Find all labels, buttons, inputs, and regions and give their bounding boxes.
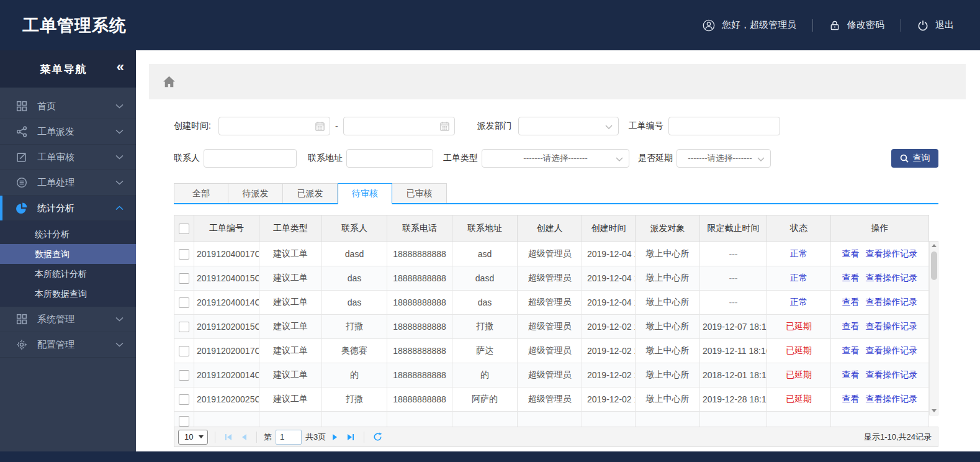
cell-created: 2019-12-02 16: xyxy=(582,315,636,339)
status-badge: 已延期 xyxy=(786,321,812,331)
query-button[interactable]: 查询 xyxy=(891,149,938,168)
view-link[interactable]: 查看 xyxy=(842,369,860,379)
view-link[interactable]: 查看 xyxy=(842,273,860,283)
logout-button[interactable]: 退出 xyxy=(917,19,954,31)
user-greeting-label: 您好，超级管理员 xyxy=(722,19,796,31)
change-password-button[interactable]: 修改密码 xyxy=(829,19,884,31)
cell-empty xyxy=(518,412,582,427)
breadcrumb xyxy=(149,64,966,99)
sidebar-item-2[interactable]: 工单审核 xyxy=(0,145,136,170)
collapse-sidebar-icon[interactable]: « xyxy=(117,59,122,75)
chevron-down-icon xyxy=(115,180,124,185)
select-all-checkbox[interactable] xyxy=(179,224,189,234)
cell-address: 打撒 xyxy=(452,315,518,339)
header-divider xyxy=(901,19,901,32)
vertical-scrollbar[interactable] xyxy=(929,241,938,415)
row-checkbox[interactable] xyxy=(179,394,189,405)
cell-actions: 查看查看操作记录 xyxy=(831,242,929,266)
dispatch-dept-select[interactable] xyxy=(518,117,619,135)
table-row: 201912020025C建议工单打撒18888888888阿萨的超级管理员20… xyxy=(174,387,929,412)
view-link[interactable]: 查看 xyxy=(842,321,860,331)
column-header: 工单编号 xyxy=(194,215,259,242)
first-page-button[interactable] xyxy=(222,432,235,443)
row-checkbox[interactable] xyxy=(179,297,189,308)
sidebar-item-1[interactable]: 工单派发 xyxy=(0,119,136,145)
cell-order_type: 建议工单 xyxy=(259,387,322,412)
view-operation-log-link[interactable]: 查看操作记录 xyxy=(866,345,918,355)
cell-status: 正常 xyxy=(767,291,831,315)
created-time-start-field xyxy=(218,117,330,135)
tab-0[interactable]: 全部 xyxy=(174,183,228,203)
cell-dispatch_target: 墩上中心所 xyxy=(636,315,700,339)
user-circle-icon xyxy=(703,19,715,32)
sidebar-item-6[interactable]: 配置管理 xyxy=(0,332,136,358)
cell-empty xyxy=(259,412,322,427)
sidebar-subitem-2[interactable]: 本所统计分析 xyxy=(0,264,136,284)
cell-deadline: --- xyxy=(700,291,767,315)
contact-input[interactable] xyxy=(204,149,297,168)
last-page-button[interactable] xyxy=(344,432,357,443)
scroll-down-icon[interactable] xyxy=(932,407,937,415)
view-link[interactable]: 查看 xyxy=(842,248,860,258)
row-checkbox[interactable] xyxy=(179,416,189,427)
view-operation-log-link[interactable]: 查看操作记录 xyxy=(866,369,918,379)
prev-page-button[interactable] xyxy=(238,432,249,443)
page-number-input[interactable] xyxy=(276,430,302,445)
view-operation-log-link[interactable]: 查看操作记录 xyxy=(866,248,918,258)
row-checkbox[interactable] xyxy=(179,249,189,260)
column-header: 操作 xyxy=(831,215,929,242)
sidebar-subitem-1[interactable]: 数据查询 xyxy=(0,244,136,264)
cell-creator: 超级管理员 xyxy=(518,339,582,363)
view-operation-log-link[interactable]: 查看操作记录 xyxy=(866,297,918,307)
status-badge: 已延期 xyxy=(786,345,812,355)
row-checkbox[interactable] xyxy=(179,273,189,284)
order-no-input[interactable] xyxy=(668,117,780,135)
cell-empty xyxy=(194,412,259,427)
view-operation-log-link[interactable]: 查看操作记录 xyxy=(866,394,918,404)
cell-creator: 超级管理员 xyxy=(518,242,582,266)
column-header: 工单类型 xyxy=(259,215,322,242)
total-pages-label: 共3页 xyxy=(305,432,326,443)
home-icon[interactable] xyxy=(163,76,176,88)
status-badge: 正常 xyxy=(790,248,807,258)
tab-2[interactable]: 已派发 xyxy=(283,183,338,203)
page-size-select[interactable]: 10 xyxy=(178,430,208,445)
order-type-select[interactable]: -------请选择------- xyxy=(482,149,629,168)
row-select-cell xyxy=(174,387,194,412)
created-time-start-input[interactable] xyxy=(219,117,330,135)
cell-phone: 18888888888 xyxy=(387,387,452,412)
view-operation-log-link[interactable]: 查看操作记录 xyxy=(866,273,918,283)
sidebar-item-5[interactable]: 系统管理 xyxy=(0,307,136,332)
sidebar-item-4[interactable]: 统计分析 xyxy=(0,196,136,221)
row-checkbox[interactable] xyxy=(179,322,189,332)
table-body: 201912040017C建议工单dasd18888888888asd超级管理员… xyxy=(174,242,929,427)
contact-address-input[interactable] xyxy=(346,149,433,168)
row-checkbox[interactable] xyxy=(179,370,189,381)
cell-actions: 查看查看操作记录 xyxy=(831,291,929,315)
sidebar-item-3[interactable]: 工单处理 xyxy=(0,170,136,196)
sidebar-subitem-0[interactable]: 统计分析 xyxy=(0,224,136,244)
view-link[interactable]: 查看 xyxy=(842,297,860,307)
sidebar-subitem-3[interactable]: 本所数据查询 xyxy=(0,284,136,304)
user-greeting[interactable]: 您好，超级管理员 xyxy=(703,19,796,32)
tab-1[interactable]: 待派发 xyxy=(228,183,283,203)
view-link[interactable]: 查看 xyxy=(842,394,860,404)
cell-empty xyxy=(582,412,636,427)
cell-dispatch_target: 墩上中心所 xyxy=(636,291,700,315)
scrollbar-thumb[interactable] xyxy=(931,251,937,280)
created-time-end-input[interactable] xyxy=(344,117,454,135)
edit-icon xyxy=(16,152,29,163)
cell-address: asd xyxy=(452,242,518,266)
refresh-button[interactable] xyxy=(371,431,384,443)
row-select-cell xyxy=(174,412,194,427)
next-page-button[interactable] xyxy=(330,432,341,443)
view-operation-log-link[interactable]: 查看操作记录 xyxy=(866,321,918,331)
tab-4[interactable]: 已审核 xyxy=(392,183,447,203)
sidebar-item-0[interactable]: 首页 xyxy=(0,94,136,119)
sidebar-item-label: 首页 xyxy=(37,101,56,112)
view-link[interactable]: 查看 xyxy=(842,345,860,355)
tab-3[interactable]: 待审核 xyxy=(338,183,392,204)
scroll-up-icon[interactable] xyxy=(932,242,937,250)
row-checkbox[interactable] xyxy=(179,346,189,356)
is-delayed-select[interactable]: -------请选择------- xyxy=(677,149,771,168)
